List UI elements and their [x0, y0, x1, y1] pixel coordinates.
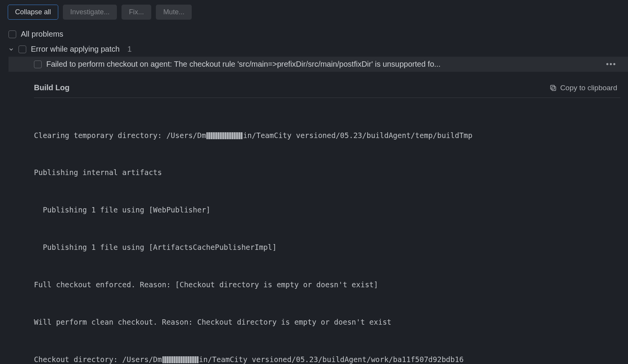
problems-tree: All problems Error while applying patch …	[0, 27, 628, 72]
chevron-down-icon[interactable]	[8, 47, 14, 52]
copy-to-clipboard-button[interactable]: Copy to clipboard	[549, 84, 617, 92]
build-log-header: Build Log Copy to clipboard	[34, 83, 620, 98]
log-line: Full checkout enforced. Reason: [Checkou…	[34, 278, 613, 291]
more-icon[interactable]: •••	[606, 60, 623, 69]
error-group-label: Error while applying patch	[31, 45, 120, 54]
log-line: Publishing 1 file using [WebPublisher]	[34, 204, 613, 216]
error-group-row[interactable]: Error while applying patch 1	[8, 42, 628, 57]
log-line: Publishing internal artifacts	[34, 166, 613, 179]
log-line: Clearing temporary directory: /Users/Dmi…	[34, 129, 613, 142]
build-log-body: Clearing temporary directory: /Users/Dmi…	[34, 104, 620, 364]
build-log-title: Build Log	[34, 83, 69, 92]
all-problems-row[interactable]: All problems	[8, 27, 628, 42]
problem-item-text: Failed to perform checkout on agent: The…	[46, 60, 601, 69]
log-line: Checkout directory: /Users/Dmin/TeamCity…	[34, 353, 613, 364]
redacted-text	[206, 132, 243, 139]
problem-item-checkbox[interactable]	[34, 61, 42, 68]
svg-rect-1	[550, 85, 554, 89]
problem-item-row[interactable]: Failed to perform checkout on agent: The…	[8, 57, 628, 72]
error-group-checkbox[interactable]	[19, 46, 26, 53]
toolbar: Collapse all Investigate... Fix... Mute.…	[0, 0, 628, 27]
fix-button[interactable]: Fix...	[122, 5, 151, 20]
log-line: Will perform clean checkout. Reason: Che…	[34, 316, 613, 328]
copy-icon	[549, 84, 557, 92]
collapse-all-button[interactable]: Collapse all	[8, 5, 58, 20]
svg-rect-0	[552, 86, 556, 90]
redacted-text	[162, 356, 199, 363]
build-log-section: Build Log Copy to clipboard Clearing tem…	[0, 72, 628, 364]
all-problems-checkbox[interactable]	[8, 30, 16, 38]
all-problems-label: All problems	[21, 30, 63, 39]
copy-to-clipboard-label: Copy to clipboard	[560, 84, 617, 92]
investigate-button[interactable]: Investigate...	[63, 5, 117, 20]
error-group-count: 1	[127, 45, 132, 54]
mute-button[interactable]: Mute...	[156, 5, 192, 20]
log-line: Publishing 1 file using [ArtifactsCacheP…	[34, 241, 613, 253]
